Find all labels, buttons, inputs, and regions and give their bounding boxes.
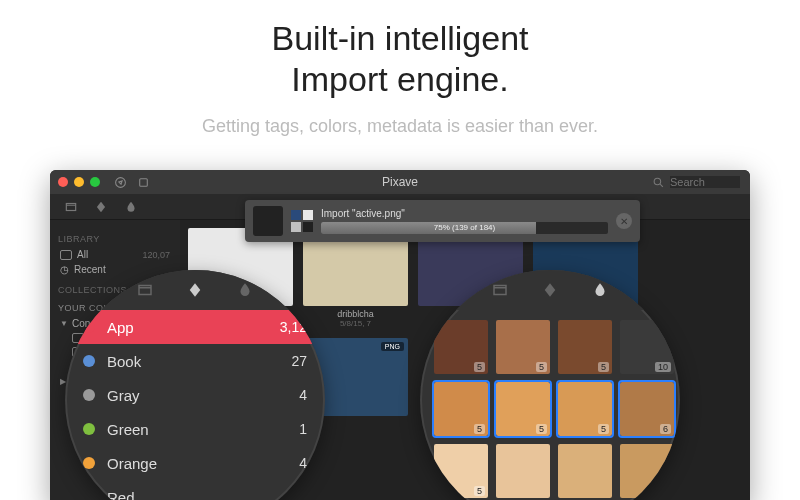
svg-point-0	[116, 177, 126, 187]
tag-row-orange[interactable]: Orange4	[65, 446, 325, 480]
tab-drop[interactable]	[235, 280, 255, 300]
tag-name: Book	[107, 353, 291, 370]
swatch-count: 5	[598, 362, 609, 372]
tag-count: 4	[299, 387, 307, 403]
sidebar-item-all[interactable]: All 120,07	[58, 247, 172, 262]
thumb-name: dribblcha	[303, 309, 408, 319]
tag-name: Gray	[107, 387, 299, 404]
sidebar-item-label: Recent	[74, 264, 170, 275]
list-icon[interactable]	[137, 176, 150, 189]
search-input[interactable]	[670, 176, 740, 188]
compass-icon[interactable]	[114, 176, 127, 189]
tag-icon[interactable]	[94, 200, 108, 214]
import-thumb	[253, 206, 283, 236]
swatch	[291, 210, 301, 220]
swatch	[291, 222, 301, 232]
tag-dot	[83, 389, 95, 401]
swatch-count: 5	[474, 424, 485, 434]
thumb-date: 5/8/15, 7	[303, 319, 408, 328]
swatch	[303, 210, 313, 220]
tag-name: Orange	[107, 455, 299, 472]
color-swatch[interactable]: 5	[434, 382, 488, 436]
tag-dot	[83, 457, 95, 469]
tag-count: 1	[299, 421, 307, 437]
swatch-count: 10	[655, 362, 671, 372]
tag-name: Red	[107, 489, 307, 501]
svg-rect-3	[66, 203, 75, 210]
tab-tag[interactable]	[540, 280, 560, 300]
format-badge: PNG	[381, 342, 404, 351]
hero-sub: Getting tags, colors, metadata is easier…	[0, 116, 800, 137]
tag-dot	[83, 355, 95, 367]
svg-point-2	[654, 178, 661, 185]
tab-box[interactable]	[490, 280, 510, 300]
swatch-count: 5	[536, 362, 547, 372]
close-import-button[interactable]: ✕	[616, 213, 632, 229]
tag-row-book[interactable]: Book27	[65, 344, 325, 378]
hero-line1: Built-in intelligent	[271, 19, 528, 57]
swatch-count: 5	[598, 424, 609, 434]
tag-dot	[83, 423, 95, 435]
import-popup: Import "active.png" 75% (139 of 184) ✕	[245, 200, 640, 242]
zoom-icon[interactable]	[90, 177, 100, 187]
progress-label: 75% (139 of 184)	[321, 222, 608, 234]
color-swatch[interactable]	[558, 444, 612, 498]
folder-icon	[60, 250, 72, 260]
swatch-count: 5	[474, 486, 485, 496]
progress-bar: 75% (139 of 184)	[321, 222, 608, 234]
tab-drop[interactable]	[590, 280, 610, 300]
sidebar-item-label: All	[77, 249, 142, 260]
tag-row-gray[interactable]: Gray4	[65, 378, 325, 412]
clock-icon: ◷	[60, 264, 69, 275]
color-swatch[interactable]: 5	[496, 382, 550, 436]
sidebar-item-count: 120,07	[142, 250, 170, 260]
import-title: Import "active.png"	[321, 208, 608, 219]
tag-name: App	[107, 319, 280, 336]
swatch	[303, 222, 313, 232]
color-swatch[interactable]	[496, 444, 550, 498]
box-icon[interactable]	[64, 200, 78, 214]
tag-row-green[interactable]: Green1	[65, 412, 325, 446]
color-swatch[interactable]: 5	[434, 320, 488, 374]
tag-row-app[interactable]: App3,12	[65, 310, 325, 344]
swatch-count: 6	[660, 424, 671, 434]
import-swatches	[291, 210, 313, 232]
tag-name: Green	[107, 421, 299, 438]
swatch-count: 5	[474, 362, 485, 372]
minimize-icon[interactable]	[74, 177, 84, 187]
color-swatch[interactable]: 6	[620, 382, 674, 436]
tab-box[interactable]	[135, 280, 155, 300]
tag-count: 27	[291, 353, 307, 369]
search-field[interactable]	[652, 176, 740, 189]
color-swatch[interactable]: 5	[558, 320, 612, 374]
svg-rect-5	[494, 286, 506, 295]
search-icon	[652, 176, 665, 189]
tab-tag[interactable]	[185, 280, 205, 300]
swatch-count: 5	[536, 424, 547, 434]
sidebar-item-recent[interactable]: ◷ Recent	[58, 262, 172, 277]
thumbnail[interactable]: dribblcha5/8/15, 7	[303, 228, 408, 328]
color-swatch[interactable]: 5	[558, 382, 612, 436]
color-swatch[interactable]: 5	[496, 320, 550, 374]
app-title: Pixave	[382, 175, 418, 189]
sidebar-section-library: LIBRARY	[58, 234, 172, 244]
close-icon[interactable]	[58, 177, 68, 187]
hero-line2: Import engine.	[291, 60, 508, 98]
svg-rect-1	[140, 178, 148, 186]
drop-icon[interactable]	[124, 200, 138, 214]
titlebar: Pixave	[50, 170, 750, 194]
svg-rect-4	[139, 286, 151, 295]
